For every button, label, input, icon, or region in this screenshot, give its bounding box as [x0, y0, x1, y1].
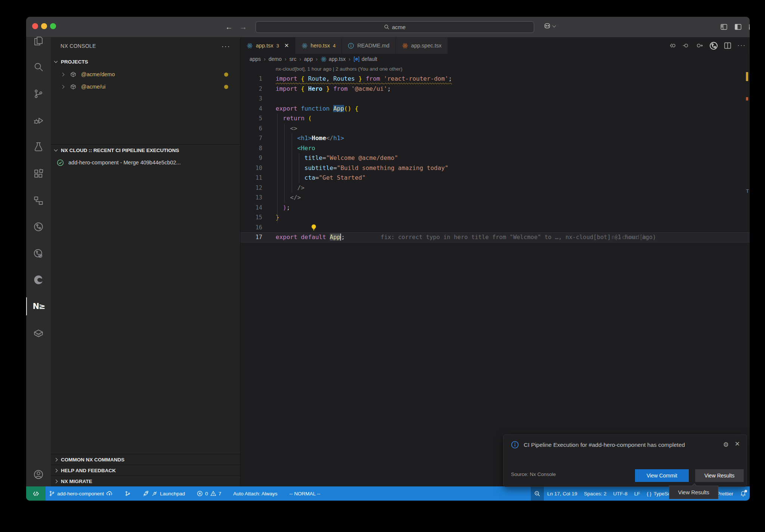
- code-line[interactable]: 8 <Hero: [241, 143, 750, 154]
- breadcrumb-item-app[interactable]: app: [304, 56, 313, 62]
- code-line[interactable]: 9 title="Welcome @acme/demo": [241, 153, 750, 163]
- plug-icon: [151, 491, 158, 497]
- navigate-back-icon[interactable]: ←: [224, 22, 234, 32]
- breadcrumb-item-demo[interactable]: demo: [269, 56, 282, 62]
- section-help-and-feedback[interactable]: HELP AND FEEDBACK: [51, 465, 240, 476]
- section-common-nx-commands[interactable]: COMMON NX COMMANDS: [51, 454, 240, 465]
- statusbar-cursor-position[interactable]: Ln 17, Col 19: [544, 486, 580, 501]
- line-number: 12: [241, 183, 262, 193]
- code-line[interactable]: 11 cta="Get Started": [241, 173, 750, 183]
- next-change-icon[interactable]: [696, 42, 703, 49]
- statusbar-zoom[interactable]: [531, 486, 544, 501]
- editor-group: app.tsx3✕hero.tsx4README.mdapp.spec.tsx …: [241, 37, 750, 486]
- code-line[interactable]: 16: [241, 223, 750, 233]
- tab-close-icon[interactable]: ✕: [284, 42, 289, 49]
- tab-README.md[interactable]: README.md: [342, 37, 396, 54]
- tab-app.tsx[interactable]: app.tsx3✕: [241, 37, 295, 54]
- activity-item-container[interactable]: [26, 324, 51, 342]
- chevron-right-icon: [54, 468, 58, 472]
- close-window-button[interactable]: [32, 23, 38, 29]
- activity-item-project-graph[interactable]: [26, 192, 51, 210]
- breadcrumb-item-src[interactable]: src: [289, 56, 297, 62]
- modified-dot: [224, 72, 228, 77]
- statusbar-auto-attach[interactable]: Auto Attach: Always: [230, 486, 281, 501]
- statusbar-launchpad[interactable]: Launchpad: [139, 486, 188, 501]
- activity-item-extensions[interactable]: [26, 165, 51, 183]
- minimize-window-button[interactable]: [41, 23, 47, 29]
- modified-dot: [224, 85, 228, 89]
- section-nx-migrate[interactable]: NX MIGRATE: [51, 476, 240, 486]
- line-number: 5: [241, 114, 262, 124]
- activity-item-source-control[interactable]: [26, 85, 51, 103]
- line-number: 15: [241, 213, 262, 223]
- view-results-tooltip: View Results: [669, 486, 718, 499]
- breadcrumb-separator: ›: [299, 56, 301, 62]
- command-center-search[interactable]: acme: [255, 21, 534, 33]
- code-line[interactable]: 5 return (: [241, 114, 750, 124]
- view-results-button[interactable]: View Results: [695, 469, 744, 482]
- breadcrumb-item-apps[interactable]: apps: [250, 56, 261, 62]
- activity-item-nx-console[interactable]: N≥: [26, 297, 51, 315]
- code-editor[interactable]: nx-cloud[bot], 1 hour ago | 2 authors (Y…: [241, 64, 750, 486]
- maximize-window-button[interactable]: [50, 23, 56, 29]
- section-nx-cloud[interactable]: NX CLOUD :: RECENT CI PIPELINE EXECUTION…: [51, 144, 240, 156]
- statusbar-problems[interactable]: 07: [193, 486, 224, 501]
- customize-layout-icon[interactable]: [719, 22, 728, 31]
- activity-item-nx-cloud-inspect[interactable]: [26, 245, 51, 263]
- project-item-@acme/demo[interactable]: @acme/demo: [51, 69, 240, 80]
- code-line[interactable]: 1import { Route, Routes } from 'react-ro…: [241, 74, 750, 84]
- navigate-forward-icon[interactable]: →: [238, 22, 248, 32]
- activity-item-search[interactable]: [26, 58, 51, 76]
- code-line[interactable]: 2import { Hero } from '@acme/ui';: [241, 84, 750, 94]
- code-line[interactable]: 13 </>: [241, 193, 750, 203]
- breadcrumb-item-default[interactable]: default: [353, 56, 377, 62]
- tab-hero.tsx[interactable]: hero.tsx4: [295, 37, 342, 54]
- copilot-menu[interactable]: [543, 22, 555, 30]
- activity-item-nx-cloud-branch[interactable]: [26, 218, 51, 236]
- breadcrumb-item-app.tsx[interactable]: app.tsx: [320, 56, 346, 62]
- activity-item-run-debug[interactable]: [26, 112, 51, 130]
- code-line[interactable]: 10 subtitle="Build something amazing tod…: [241, 163, 750, 173]
- more-actions-icon[interactable]: ···: [222, 43, 230, 50]
- statusbar-vim-mode[interactable]: -- NORMAL --: [286, 486, 324, 501]
- code-line[interactable]: 3: [241, 94, 750, 104]
- split-editor-icon[interactable]: [724, 42, 731, 49]
- tab-app.spec.tsx[interactable]: app.spec.tsx: [396, 37, 448, 54]
- notification-settings-icon[interactable]: ⚙: [723, 441, 729, 449]
- project-label: @acme/demo: [81, 71, 115, 77]
- code-line[interactable]: 7 <h1>Home</h1>: [241, 133, 750, 143]
- statusbar-notifications-bell[interactable]: [737, 486, 750, 501]
- bell-icon: [740, 491, 746, 497]
- lightbulb-icon[interactable]: [310, 223, 318, 232]
- statusbar-indentation[interactable]: Spaces: 2: [580, 486, 610, 501]
- change-marker-icon[interactable]: [682, 42, 690, 49]
- statusbar-git-graph[interactable]: [121, 486, 134, 501]
- toggle-panel-icon[interactable]: [748, 22, 750, 31]
- code-line[interactable]: 4export function App() {: [241, 104, 750, 114]
- code-line[interactable]: 6 <>: [241, 124, 750, 134]
- code-line[interactable]: 15}: [241, 213, 750, 223]
- project-item-@acme/ui[interactable]: @acme/ui: [51, 81, 240, 92]
- breadcrumb-separator: ›: [285, 56, 287, 62]
- statusbar-encoding[interactable]: UTF-8: [610, 486, 631, 501]
- code-line[interactable]: 14 );: [241, 203, 750, 213]
- code-line[interactable]: 17export default App;fix: correct typo i…: [241, 232, 750, 242]
- overview-ruler[interactable]: T: [744, 37, 750, 486]
- activity-item-explorer[interactable]: [26, 32, 51, 50]
- view-commit-button[interactable]: View Commit: [635, 469, 689, 482]
- close-icon[interactable]: ✕: [735, 440, 740, 448]
- chevron-down-icon: [54, 148, 58, 152]
- files-icon: [33, 35, 44, 46]
- source-control-graph-icon[interactable]: [709, 41, 718, 50]
- activity-item-edge-browser[interactable]: [26, 271, 51, 289]
- activity-item-testing[interactable]: [26, 138, 51, 156]
- activity-item-accounts[interactable]: [26, 466, 51, 483]
- previous-change-icon[interactable]: [669, 42, 676, 49]
- statusbar-branch[interactable]: add-hero-component: [46, 486, 116, 501]
- remote-indicator[interactable]: [26, 486, 46, 501]
- section-projects[interactable]: PROJECTS: [51, 56, 240, 67]
- code-line[interactable]: 12 />: [241, 183, 750, 193]
- pipeline-execution-item[interactable]: add-hero-component - Merge 409b44e5cb02.…: [51, 157, 240, 168]
- statusbar-eol[interactable]: LF: [631, 486, 644, 501]
- toggle-sidebar-left-icon[interactable]: [734, 22, 743, 31]
